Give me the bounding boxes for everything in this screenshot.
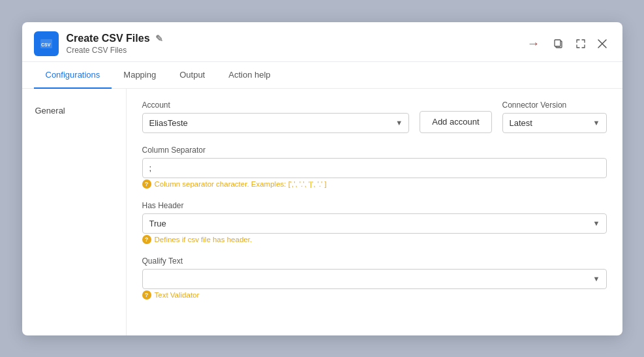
account-group: Account EliasTeste ▼ — [142, 101, 410, 133]
account-label: Account — [142, 101, 410, 110]
title-group: Create CSV Files ✎ Create CSV Files — [67, 33, 163, 55]
hint-icon-qualify: ? — [142, 290, 151, 300]
column-separator-hint: ? Column separator character. Examples: … — [142, 179, 607, 189]
dialog-header: CSV Create CSV Files ✎ Create CSV Files … — [22, 22, 622, 62]
add-account-button[interactable]: Add account — [420, 111, 491, 133]
connector-label: Connector Version — [502, 101, 607, 110]
qualify-text-hint-text: Text Validator — [155, 291, 200, 299]
dialog-title-row: Create CSV Files ✎ — [67, 33, 163, 44]
tabs-bar: Configurations Mapping Output Action hel… — [22, 62, 622, 89]
expand-button[interactable] — [572, 36, 590, 52]
main-content: Account EliasTeste ▼ Add account Connect… — [127, 89, 622, 335]
connector-group: Connector Version Latest ▼ — [502, 101, 607, 133]
has-header-section: Has Header TrueFalse ▼ ? Defines if csv … — [142, 200, 607, 244]
copy-button[interactable] — [549, 36, 568, 52]
tab-configurations[interactable]: Configurations — [34, 62, 112, 89]
edit-icon[interactable]: ✎ — [155, 33, 163, 44]
svg-rect-4 — [555, 40, 560, 46]
account-row: Account EliasTeste ▼ Add account Connect… — [142, 101, 607, 133]
dialog-subtitle: Create CSV Files — [67, 46, 163, 55]
dialog-body: General Account EliasTeste ▼ Add account… — [22, 89, 622, 335]
has-header-select[interactable]: TrueFalse — [142, 213, 607, 234]
account-select[interactable]: EliasTeste — [142, 113, 410, 133]
column-separator-input[interactable] — [142, 158, 607, 178]
has-header-label: Has Header — [142, 201, 184, 210]
tab-action-help[interactable]: Action help — [217, 62, 282, 89]
connector-select-wrap: Latest ▼ — [502, 113, 607, 133]
sidebar-item-general[interactable]: General — [22, 101, 126, 121]
qualify-text-hint: ? Text Validator — [142, 290, 607, 300]
column-separator-hint-text: Column separator character. Examples: ['… — [155, 180, 327, 188]
tab-output[interactable]: Output — [168, 62, 217, 89]
header-actions: → — [527, 36, 611, 52]
connector-select[interactable]: Latest — [502, 113, 607, 133]
tab-mapping[interactable]: Mapping — [112, 62, 168, 89]
hint-icon-separator: ? — [142, 179, 151, 189]
qualify-text-label: Qualify Text — [142, 256, 183, 266]
has-header-hint-text: Defines if csv file has header. — [155, 236, 253, 243]
app-icon: CSV — [34, 31, 59, 56]
svg-text:CSV: CSV — [41, 42, 51, 47]
arrow-indicator: → — [527, 36, 540, 51]
column-separator-label: Column Separator — [142, 146, 206, 155]
qualify-text-section: Qualify Text ▼ ? Text Validator — [142, 256, 607, 300]
column-separator-section: Column Separator ? Column separator char… — [142, 145, 607, 189]
dialog-title-text: Create CSV Files — [67, 33, 150, 44]
sidebar: General — [22, 89, 127, 335]
dialog: CSV Create CSV Files ✎ Create CSV Files … — [22, 22, 622, 335]
close-button[interactable] — [594, 37, 611, 51]
has-header-hint: ? Defines if csv file has header. — [142, 235, 607, 244]
account-select-wrap: EliasTeste ▼ — [142, 113, 410, 133]
qualify-text-select[interactable] — [142, 269, 607, 289]
hint-icon-header: ? — [142, 235, 151, 244]
